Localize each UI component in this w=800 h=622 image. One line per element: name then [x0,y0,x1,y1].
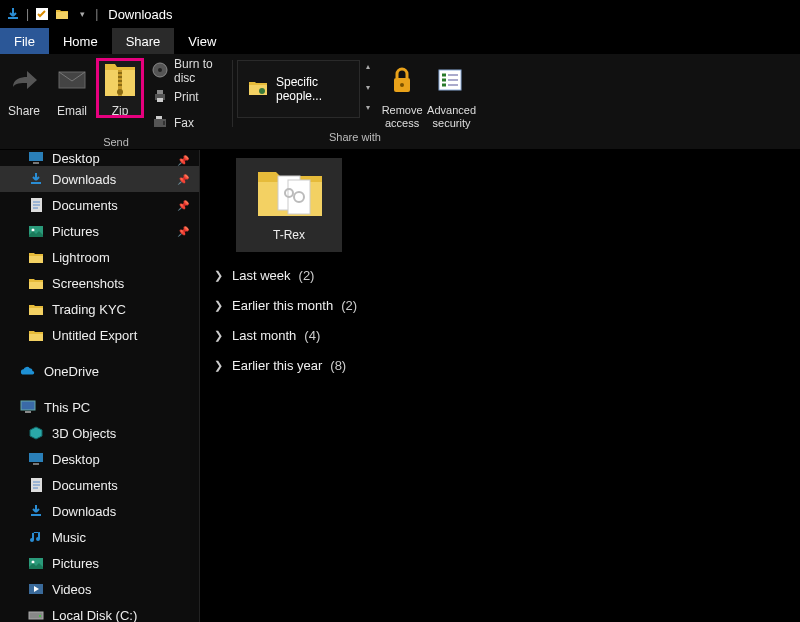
nav-item-documents[interactable]: Documents📌 [0,192,199,218]
group-last-week[interactable]: ❯Last week (2) [212,260,800,290]
svg-rect-5 [118,80,122,82]
qat-dropdown-icon[interactable]: ▾ [75,7,89,21]
group-last-month[interactable]: ❯Last month (4) [212,320,800,350]
3d-icon [28,425,44,441]
share-gallery-up-icon[interactable]: ▴ [362,62,374,71]
desktop-icon [28,150,44,166]
nav-item-lightroom[interactable]: Lightroom [0,244,199,270]
nav-item-desktop[interactable]: Desktop [0,446,199,472]
ribbon-remove-access-button[interactable]: Removeaccess [378,58,426,130]
svg-rect-27 [29,453,43,462]
svg-point-18 [400,83,404,87]
folder-icon [28,301,44,317]
qat-properties-icon[interactable] [35,7,49,21]
nav-item-local-disk-c-[interactable]: Local Disk (C:) [0,602,199,622]
ribbon-group-send-label: Send [0,136,232,149]
folder-thumbnail-icon [254,164,324,220]
ribbon-fax-button[interactable]: Fax [146,110,232,136]
nav-item-label: Downloads [52,172,116,187]
nav-item-desktop[interactable]: Desktop📌 [0,150,199,166]
nav-item-label: 3D Objects [52,426,116,441]
pictures-icon [28,223,44,239]
pictures-icon [28,555,44,571]
fax-icon [152,114,168,133]
svg-rect-6 [118,84,122,86]
nav-item-pictures[interactable]: Pictures [0,550,199,576]
lock-icon [389,65,415,98]
nav-item-videos[interactable]: Videos [0,576,199,602]
share-arrow-icon [9,67,39,96]
nav-tree[interactable]: Desktop📌Downloads📌Documents📌Pictures📌Lig… [0,150,200,622]
onedrive-icon [20,363,36,379]
menu-file[interactable]: File [0,28,49,54]
nav-item-untitled-export[interactable]: Untitled Export [0,322,199,348]
folder-icon [28,249,44,265]
chevron-right-icon: ❯ [214,269,224,282]
svg-point-34 [39,615,41,617]
zip-icon [103,60,137,103]
ribbon-advanced-security-button[interactable]: Advancedsecurity [426,58,477,130]
folder-item-label: T-Rex [273,228,305,242]
nav-item-label: Desktop [52,151,100,166]
folder-item[interactable]: T-Rex [236,158,342,252]
nav-item-screenshots[interactable]: Screenshots [0,270,199,296]
ribbon-specific-people-button[interactable]: Specific people... [237,60,360,118]
group-count: (2) [341,298,357,313]
svg-rect-21 [33,162,39,164]
downloads-icon [28,171,44,187]
share-gallery-down-icon[interactable]: ▾ [362,83,374,92]
svg-rect-3 [118,72,122,74]
svg-rect-15 [163,121,165,125]
svg-point-7 [117,89,123,95]
group-earlier-this-year[interactable]: ❯Earlier this year (8) [212,350,800,380]
ribbon-group-sharewith-label: Share with [233,131,477,149]
music-icon [28,529,44,545]
nav-item-downloads[interactable]: Downloads [0,498,199,524]
nav-item-label: Videos [52,582,92,597]
menu-share[interactable]: Share [112,28,175,54]
downloads-icon [28,503,44,519]
svg-rect-4 [118,76,122,78]
pin-icon: 📌 [177,174,189,185]
nav-item-label: Pictures [52,224,99,239]
app-arrow-icon [6,7,20,21]
ribbon-print-button[interactable]: Print [146,84,232,110]
ribbon-zip-button[interactable]: Zip [96,58,144,118]
group-label: Last month [232,328,296,343]
nav-this-pc[interactable]: This PC [0,394,199,420]
pc-icon [20,399,36,415]
share-gallery-more-icon[interactable]: ▾ [362,103,374,112]
nav-item-downloads[interactable]: Downloads📌 [0,166,199,192]
nav-item-label: Documents [52,478,118,493]
nav-item-music[interactable]: Music [0,524,199,550]
nav-item-pictures[interactable]: Pictures📌 [0,218,199,244]
nav-onedrive[interactable]: OneDrive [0,358,199,384]
svg-rect-14 [156,116,162,119]
folder-icon [28,275,44,291]
nav-item-label: Screenshots [52,276,124,291]
group-label: Last week [232,268,291,283]
ribbon-share-button[interactable]: Share [0,58,48,118]
nav-item-3d-objects[interactable]: 3D Objects [0,420,199,446]
menu-home[interactable]: Home [49,28,112,54]
content-pane[interactable]: T-Rex ❯Last week (2)❯Earlier this month … [200,150,800,622]
chevron-right-icon: ❯ [214,329,224,342]
svg-rect-25 [21,401,35,410]
nav-item-label: Local Disk (C:) [52,608,137,623]
ribbon-email-button[interactable]: Email [48,58,96,118]
nav-item-label: Trading KYC [52,302,126,317]
group-earlier-this-month[interactable]: ❯Earlier this month (2) [212,290,800,320]
svg-point-9 [158,68,162,72]
menu-view[interactable]: View [174,28,230,54]
nav-item-label: Untitled Export [52,328,137,343]
nav-item-documents[interactable]: Documents [0,472,199,498]
qat-folder-icon[interactable] [55,7,69,21]
nav-item-trading-kyc[interactable]: Trading KYC [0,296,199,322]
title-sep-2: | [95,7,98,21]
nav-item-label: Lightroom [52,250,110,265]
nav-item-label: Documents [52,198,118,213]
ribbon-burn-button[interactable]: Burn to disc [146,58,232,84]
chevron-right-icon: ❯ [214,299,224,312]
printer-icon [152,88,168,107]
group-label: Earlier this year [232,358,322,373]
